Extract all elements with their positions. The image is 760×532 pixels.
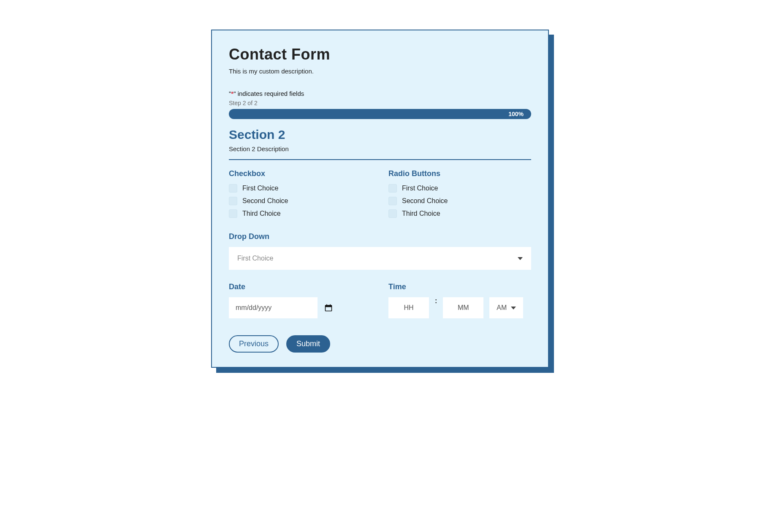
choices-row: Checkbox First Choice Second Choice Thir…: [229, 169, 531, 218]
radio-field-label: Radio Buttons: [388, 169, 531, 178]
calendar-icon[interactable]: [324, 304, 333, 312]
radio-icon: [388, 184, 397, 193]
section-divider: [229, 159, 531, 160]
time-hours-input[interactable]: HH: [388, 297, 429, 318]
radio-option[interactable]: Third Choice: [388, 209, 531, 218]
chevron-down-icon: [518, 257, 523, 260]
date-input-placeholder: mm/dd/yyyy: [236, 304, 271, 312]
form-container: Contact Form This is my custom descripti…: [211, 30, 549, 368]
checkbox-options: First Choice Second Choice Third Choice: [229, 184, 372, 218]
form-card: Contact Form This is my custom descripti…: [211, 30, 549, 368]
radio-options: First Choice Second Choice Third Choice: [388, 184, 531, 218]
previous-button[interactable]: Previous: [229, 335, 279, 353]
section-title: Section 2: [229, 128, 531, 142]
time-separator: :: [435, 297, 437, 305]
chevron-down-icon: [511, 307, 516, 309]
time-input-row: HH : MM AM: [388, 297, 531, 318]
svg-rect-2: [326, 304, 327, 306]
step-indicator: Step 2 of 2: [229, 100, 531, 106]
radio-option-label: First Choice: [402, 185, 438, 192]
radio-option-label: Third Choice: [402, 210, 440, 217]
time-minutes-placeholder: MM: [458, 304, 469, 312]
progress-bar: 100%: [229, 109, 531, 119]
date-field-label: Date: [229, 282, 372, 291]
dropdown-select[interactable]: First Choice: [229, 247, 531, 270]
form-title: Contact Form: [229, 46, 531, 63]
date-time-row: Date mm/dd/yyyy Time: [229, 282, 531, 318]
button-row: Previous Submit: [229, 335, 531, 353]
time-field-label: Time: [388, 282, 531, 291]
radio-field: Radio Buttons First Choice Second Choice…: [388, 169, 531, 218]
date-input[interactable]: mm/dd/yyyy: [229, 297, 318, 318]
submit-button[interactable]: Submit: [286, 335, 330, 353]
checkbox-option-label: Second Choice: [242, 197, 288, 205]
checkbox-option-label: First Choice: [242, 185, 278, 192]
dropdown-field-label: Drop Down: [229, 232, 531, 241]
checkbox-field-label: Checkbox: [229, 169, 372, 178]
date-input-row: mm/dd/yyyy: [229, 297, 372, 318]
time-ampm-value: AM: [497, 304, 507, 312]
radio-option-label: Second Choice: [402, 197, 448, 205]
radio-option[interactable]: First Choice: [388, 184, 531, 193]
radio-icon: [388, 209, 397, 218]
time-hours-placeholder: HH: [404, 304, 413, 312]
required-note-text: " indicates required fields: [233, 90, 304, 97]
radio-icon: [388, 197, 397, 205]
checkbox-icon: [229, 184, 237, 193]
time-minutes-input[interactable]: MM: [443, 297, 483, 318]
checkbox-option[interactable]: Third Choice: [229, 209, 372, 218]
radio-option[interactable]: Second Choice: [388, 197, 531, 205]
checkbox-option[interactable]: Second Choice: [229, 197, 372, 205]
date-field: Date mm/dd/yyyy: [229, 282, 372, 318]
dropdown-field: Drop Down First Choice: [229, 232, 531, 270]
section-description: Section 2 Description: [229, 145, 531, 152]
progress-percent: 100%: [508, 111, 524, 117]
checkbox-icon: [229, 209, 237, 218]
form-description: This is my custom description.: [229, 68, 531, 75]
svg-rect-3: [330, 304, 331, 306]
checkbox-option[interactable]: First Choice: [229, 184, 372, 193]
time-field: Time HH : MM AM: [388, 282, 531, 318]
dropdown-selected-value: First Choice: [237, 255, 273, 262]
checkbox-field: Checkbox First Choice Second Choice Thir…: [229, 169, 372, 218]
checkbox-icon: [229, 197, 237, 205]
time-ampm-select[interactable]: AM: [489, 297, 523, 318]
checkbox-option-label: Third Choice: [242, 210, 281, 217]
required-fields-note: "*" indicates required fields: [229, 90, 531, 97]
svg-rect-1: [326, 305, 332, 307]
